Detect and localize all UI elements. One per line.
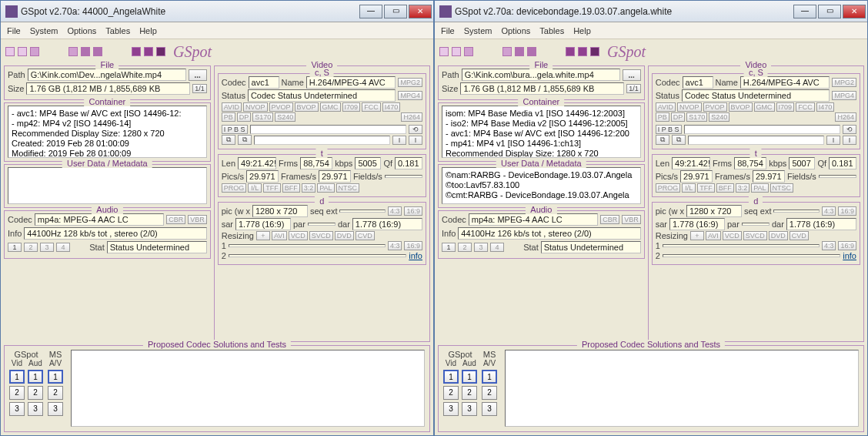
browse-button[interactable]: ...: [623, 69, 641, 81]
aspect-16-9-button[interactable]: 16:9: [838, 206, 856, 216]
close-button[interactable]: ✕: [409, 5, 432, 18]
solutions-list[interactable]: [505, 350, 859, 427]
video-flag-button[interactable]: PAL: [751, 183, 768, 193]
aud-test-3[interactable]: 3: [28, 402, 43, 416]
av-test-1[interactable]: 1: [482, 370, 497, 384]
aspect-4-3-button[interactable]: 4:3: [388, 241, 402, 250]
menu-system[interactable]: System: [464, 26, 492, 35]
container-text[interactable]: - avc1: MP4 Base w/ AVC ext [ISO 14496-1…: [8, 106, 207, 158]
video-flag-button[interactable]: 3:2: [736, 183, 750, 193]
video-flag-button[interactable]: PB: [222, 112, 235, 122]
resize-button[interactable]: CVD: [356, 231, 375, 240]
video-flag-button[interactable]: NVOP: [677, 102, 702, 112]
aud-test-1[interactable]: 1: [28, 370, 43, 384]
vid-test-1[interactable]: 1: [443, 370, 459, 384]
video-flag-button[interactable]: GMC: [754, 102, 775, 112]
aspect-16-9-button[interactable]: 16:9: [404, 241, 422, 250]
menu-tables[interactable]: Tables: [105, 26, 130, 35]
resize-button[interactable]: DVD: [769, 231, 788, 240]
resize-button[interactable]: DVD: [335, 231, 354, 240]
seek-button[interactable]: I: [843, 136, 856, 145]
minimize-button[interactable]: —: [359, 5, 382, 18]
video-flag-button[interactable]: PVOP: [269, 102, 293, 112]
seek-button[interactable]: I: [409, 136, 422, 145]
audio-btn-2[interactable]: 2: [458, 243, 472, 252]
inv-button[interactable]: ⟲: [843, 125, 856, 134]
frame-button[interactable]: ⧉: [238, 135, 252, 145]
ipbs-button[interactable]: I P B S: [222, 125, 248, 134]
aspect-4-3-button[interactable]: 4:3: [388, 206, 402, 216]
vid-test-2[interactable]: 2: [9, 386, 25, 400]
aud-test-2[interactable]: 2: [462, 386, 477, 400]
h264-button[interactable]: H264: [835, 112, 856, 122]
audio-btn-3[interactable]: 3: [40, 243, 54, 252]
video-flag-button[interactable]: DP: [237, 112, 252, 122]
vid-test-2[interactable]: 2: [443, 386, 459, 400]
vbr-button[interactable]: VBR: [622, 215, 641, 224]
video-flag-button[interactable]: PAL: [317, 183, 334, 193]
frame-button[interactable]: ⧉: [222, 135, 235, 145]
video-flag-button[interactable]: BVOP: [295, 102, 319, 112]
h264-button[interactable]: H264: [401, 112, 422, 122]
video-flag-button[interactable]: DP: [671, 112, 686, 122]
vbr-button[interactable]: VBR: [188, 215, 207, 224]
video-flag-button[interactable]: I709: [342, 102, 361, 112]
resize-button[interactable]: AVI: [272, 231, 287, 240]
vid-test-3[interactable]: 3: [443, 402, 459, 416]
close-button[interactable]: ✕: [843, 5, 866, 18]
resize-button[interactable]: AVI: [706, 231, 721, 240]
menu-help[interactable]: Help: [139, 26, 157, 35]
browse-button[interactable]: ...: [189, 69, 207, 81]
video-flag-button[interactable]: NVOP: [243, 102, 268, 112]
size-part-button[interactable]: 1/1: [626, 84, 641, 93]
video-flag-button[interactable]: S170: [252, 112, 273, 122]
timeline[interactable]: [250, 125, 406, 134]
mpg4-button[interactable]: MPG4: [832, 91, 856, 100]
mpg4-button[interactable]: MPG4: [398, 91, 422, 100]
menu-tables[interactable]: Tables: [539, 26, 564, 35]
frame-button[interactable]: ⧉: [656, 135, 669, 145]
container-text[interactable]: isom: MP4 Base Media v1 [ISO 14496-12:20…: [442, 106, 641, 158]
av-test-2[interactable]: 2: [482, 386, 497, 400]
video-flag-button[interactable]: TFF: [697, 183, 715, 193]
av-test-3[interactable]: 3: [48, 402, 63, 416]
video-flag-button[interactable]: PROG: [656, 183, 681, 193]
aud-test-1[interactable]: 1: [462, 370, 477, 384]
seek-button[interactable]: I: [392, 136, 406, 145]
aud-test-3[interactable]: 3: [462, 402, 477, 416]
audio-btn-1[interactable]: 1: [8, 243, 22, 252]
video-flag-button[interactable]: 3:2: [302, 183, 316, 193]
titlebar[interactable]: GSpot v2.70a: devicebondage.19.03.07.ang…: [435, 1, 867, 22]
av-test-1[interactable]: 1: [48, 370, 63, 384]
video-flag-button[interactable]: GMC: [320, 102, 341, 112]
timeline[interactable]: [254, 136, 390, 145]
video-flag-button[interactable]: I470: [816, 102, 835, 112]
av-test-2[interactable]: 2: [48, 386, 63, 400]
userdata-text[interactable]: [8, 167, 207, 204]
maximize-button[interactable]: ▭: [818, 5, 841, 18]
file-path[interactable]: G:\Kink.com\Dev...ngelaWhite.mp4: [28, 69, 186, 81]
video-flag-button[interactable]: PVOP: [703, 102, 727, 112]
video-flag-button[interactable]: BFF: [716, 183, 734, 193]
seek-button[interactable]: I: [826, 136, 840, 145]
menu-system[interactable]: System: [30, 26, 58, 35]
menu-help[interactable]: Help: [573, 26, 591, 35]
aspect-16-9-button[interactable]: 16:9: [838, 241, 856, 250]
resize-button[interactable]: +: [690, 231, 704, 240]
video-flag-button[interactable]: I709: [776, 102, 795, 112]
timeline[interactable]: [684, 125, 840, 134]
ipbs-button[interactable]: I P B S: [656, 125, 682, 134]
aspect-4-3-button[interactable]: 4:3: [822, 206, 836, 216]
cbr-button[interactable]: CBR: [166, 215, 185, 224]
video-flag-button[interactable]: I470: [382, 102, 401, 112]
video-flag-button[interactable]: PROG: [222, 183, 247, 193]
resize-button[interactable]: SVCD: [309, 231, 333, 240]
titlebar[interactable]: GSpot v2.70a: 44000_AngelaWhite — ▭ ✕: [1, 1, 433, 22]
audio-btn-3[interactable]: 3: [474, 243, 488, 252]
video-flag-button[interactable]: PB: [656, 112, 669, 122]
audio-btn-2[interactable]: 2: [24, 243, 38, 252]
video-flag-button[interactable]: S240: [709, 112, 729, 122]
video-flag-button[interactable]: S170: [686, 112, 707, 122]
mpg2-button[interactable]: MPG2: [832, 78, 856, 87]
menu-file[interactable]: File: [7, 26, 21, 35]
